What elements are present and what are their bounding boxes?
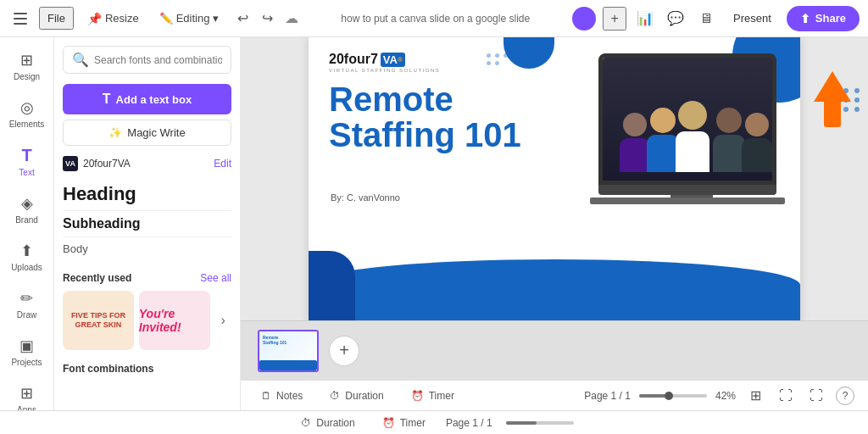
zoom-slider[interactable] <box>639 394 707 398</box>
laptop-base <box>598 185 776 195</box>
recent-thumb-1[interactable]: FIVE TIPS FOR GREAT SKIN <box>63 291 134 350</box>
fullscreen-button[interactable]: ⛶ <box>805 385 827 407</box>
body-1 <box>620 138 650 172</box>
sidebar-item-uploads[interactable]: ⬆ Uploads <box>4 235 50 279</box>
slide-thumbnail-1[interactable]: RemoteStaffing 101 1 <box>258 330 319 372</box>
duration-icon: ⏱ <box>330 390 340 402</box>
sidebar-item-projects[interactable]: ▣ Projects <box>4 330 50 374</box>
slide-byline: By: C. vanVonno <box>331 189 400 204</box>
comment-icon[interactable]: 💬 <box>664 7 687 31</box>
duration-button[interactable]: ⏱ Duration <box>323 387 390 405</box>
sidebar-item-text[interactable]: T Text <box>4 139 50 184</box>
thumb-wave <box>259 360 317 370</box>
subheading-sample[interactable]: Subheading <box>63 211 231 237</box>
resize-button[interactable]: 📌 Resize <box>81 8 146 29</box>
body-5 <box>742 138 772 172</box>
main-layout: ⊞ Design ◎ Elements T Text ◈ Brand ⬆ Upl… <box>0 37 868 410</box>
slide-dot <box>495 53 499 58</box>
magic-write-button[interactable]: ✨ Magic Write <box>63 120 231 146</box>
redo-button[interactable]: ↪ <box>257 7 278 30</box>
editing-button[interactable]: ✏️ Editing ▾ <box>153 8 226 28</box>
see-all-link[interactable]: See all <box>200 272 231 284</box>
undo-button[interactable]: ↩ <box>232 7 253 30</box>
heading-sample[interactable]: Heading <box>63 178 231 211</box>
slide-dot <box>495 61 499 65</box>
zoom-level: 42% <box>715 390 736 402</box>
timer-icon-2: ⏰ <box>382 417 395 429</box>
timer-button-2[interactable]: ⏰ Timer <box>376 414 432 432</box>
zoom-slider-2[interactable] <box>506 421 574 425</box>
sidebar-item-brand[interactable]: ◈ Brand <box>4 187 50 231</box>
zoom-handle[interactable] <box>665 392 673 400</box>
projects-icon: ▣ <box>19 337 34 355</box>
uploads-icon: ⬆ <box>20 242 33 260</box>
recently-used-header: Recently used See all <box>63 272 231 284</box>
analytics-icon[interactable]: 📊 <box>633 7 657 31</box>
person-1 <box>620 113 650 172</box>
draw-icon: ✏ <box>20 289 33 308</box>
thumb-mini-text: RemoteStaffing 101 <box>263 335 287 345</box>
brand-icon-small: VA <box>63 156 78 171</box>
slide-dot <box>487 61 491 65</box>
share-icon: ⬆ <box>800 12 810 25</box>
slide-heading: Remote Staffing 101 <box>329 81 521 153</box>
deco-dot <box>854 97 860 103</box>
recently-used-section: Recently used See all FIVE TIPS FOR GREA… <box>54 267 240 355</box>
font-header: VA 20four7VA Edit <box>63 156 231 171</box>
add-button[interactable]: + <box>603 7 626 31</box>
timer-button[interactable]: ⏰ Timer <box>404 387 461 405</box>
slide-bottom-wave <box>309 259 800 320</box>
slide-dot <box>487 53 491 58</box>
slide-logo: 20four7 VA ® <box>329 52 440 67</box>
top-bar-left: File 📌 Resize ✏️ Editing ▾ ↩ ↪ ☁ <box>8 7 298 31</box>
deco-dot <box>854 107 860 112</box>
brand-icon: ◈ <box>21 194 33 213</box>
recent-thumb-2[interactable]: You're Invited! <box>139 291 210 350</box>
person-5 <box>742 113 772 172</box>
page-info: Page 1 / 1 <box>584 390 631 402</box>
slide-left-accent <box>309 251 355 320</box>
search-input[interactable] <box>94 54 222 66</box>
font-brand: VA 20four7VA <box>63 156 131 171</box>
sidebar-item-draw[interactable]: ✏ Draw <box>4 282 50 326</box>
logo-va-box: VA ® <box>381 53 405 67</box>
page-info-2: Page 1 / 1 <box>446 417 492 429</box>
share-screen-icon[interactable]: 🖥 <box>694 7 718 31</box>
search-query: how to put a canva slide on a google sli… <box>305 13 565 25</box>
elements-icon: ◎ <box>20 98 34 117</box>
duration-button-2[interactable]: ⏱ Duration <box>294 414 361 432</box>
body-4 <box>713 135 745 172</box>
add-text-button[interactable]: T Add a text box <box>63 84 231 114</box>
menu-icon[interactable] <box>8 7 32 31</box>
slide-canvas[interactable]: 20four7 VA ® VIRTUAL STAFFING SOLUTIONS … <box>309 37 800 320</box>
fit-view-button[interactable]: ⛶ <box>775 385 797 407</box>
head-3 <box>678 101 707 130</box>
present-button[interactable]: Present <box>725 7 780 30</box>
laptop-screen <box>598 53 776 185</box>
grid-view-button[interactable]: ⊞ <box>744 385 766 407</box>
head-5 <box>745 113 769 136</box>
body-sample[interactable]: Body <box>63 237 231 260</box>
more-arrow[interactable]: › <box>215 312 231 329</box>
help-button[interactable]: ? <box>836 387 854 405</box>
sidebar-item-design[interactable]: ⊞ Design <box>4 44 50 88</box>
timer-icon: ⏰ <box>411 390 424 402</box>
head-4 <box>716 108 742 133</box>
sidebar-item-elements[interactable]: ◎ Elements <box>4 92 50 136</box>
notes-icon: 🗒 <box>261 390 271 402</box>
zoom-fill-2 <box>506 421 537 425</box>
top-bar: File 📌 Resize ✏️ Editing ▾ ↩ ↪ ☁ how to … <box>0 0 868 37</box>
apps-icon: ⊞ <box>20 384 33 403</box>
file-button[interactable]: File <box>39 7 74 30</box>
share-button[interactable]: ⬆ Share <box>787 6 860 31</box>
pin-icon: 📌 <box>87 12 102 25</box>
notes-button[interactable]: 🗒 Notes <box>254 387 309 405</box>
user-avatar[interactable] <box>572 7 596 31</box>
top-bar-right: + 📊 💬 🖥 Present ⬆ Share <box>572 6 860 31</box>
editing-label: Editing <box>176 12 210 25</box>
add-slide-button[interactable]: + <box>329 336 359 366</box>
edit-link[interactable]: Edit <box>214 158 231 170</box>
hamburger-icon <box>14 13 27 25</box>
sidebar-item-apps[interactable]: ⊞ Apps <box>4 377 50 410</box>
bottom-toolbar: 🗒 Notes ⏱ Duration ⏰ Timer Page 1 / 1 <box>241 380 868 410</box>
